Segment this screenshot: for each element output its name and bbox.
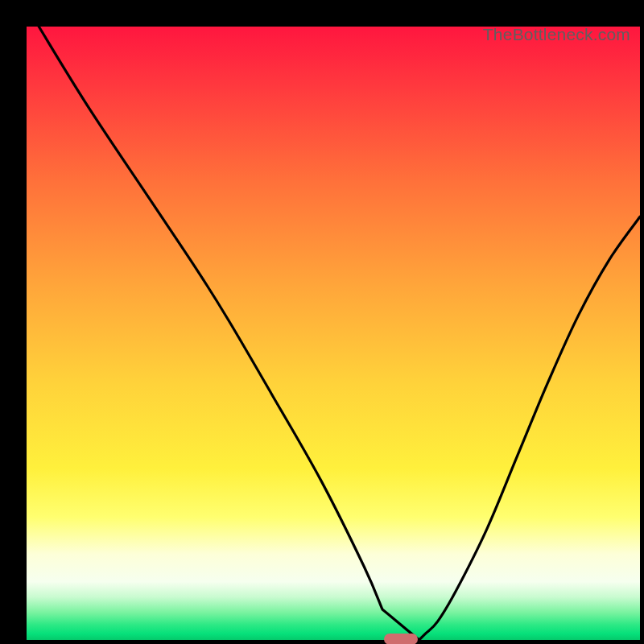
watermark: TheBottleneck.com [483, 25, 630, 44]
background-gradient [27, 27, 640, 640]
svg-rect-0 [27, 27, 640, 640]
chart-frame: TheBottleneck.com [11, 11, 633, 633]
plot-area: TheBottleneck.com [27, 27, 640, 640]
optimal-marker [384, 634, 418, 644]
